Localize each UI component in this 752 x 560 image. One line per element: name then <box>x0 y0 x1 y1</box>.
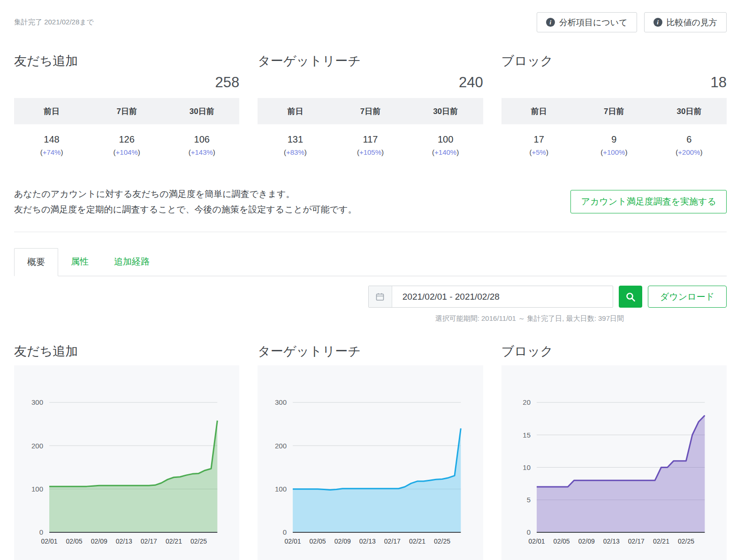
chart-card: 300200100002/0102/0502/0902/1302/1702/21… <box>14 365 239 560</box>
charts-row: 友だち追加 300200100002/0102/0502/0902/1302/1… <box>14 343 727 560</box>
chart-title: ブロック <box>501 343 727 360</box>
stat-cell: 9 +100% <box>577 134 652 156</box>
stat-card-title: 友だち追加 <box>14 53 239 69</box>
stat-card-title: ブロック <box>501 53 727 69</box>
stat-percent: +104% <box>89 148 164 156</box>
stat-card-title: ターゲットリーチ <box>258 53 483 69</box>
stat-col-7-days: 7日前 <box>577 106 652 117</box>
tab-overview[interactable]: 概要 <box>14 248 58 276</box>
stat-card-target-reach: ターゲットリーチ 240 前日 7日前 30日前 131 +83% 117 +1… <box>258 53 483 156</box>
stat-col-30-days: 30日前 <box>408 106 483 117</box>
comparison-values-info-button[interactable]: i 比較値の見方 <box>644 12 727 32</box>
svg-text:02/25: 02/25 <box>190 537 207 545</box>
date-range-input[interactable] <box>392 286 613 307</box>
stat-col-prev-day: 前日 <box>14 106 89 117</box>
stat-col-prev-day: 前日 <box>501 106 577 117</box>
analytics-page: 集計完了 2021/02/28まで i 分析項目について i 比較値の見方 友だ… <box>0 0 752 560</box>
stat-percent: +5% <box>501 148 577 156</box>
stat-col-7-days: 7日前 <box>89 106 164 117</box>
calendar-icon <box>375 292 385 302</box>
stat-percent: +100% <box>577 148 652 156</box>
chart-title: 友だち追加 <box>14 343 239 360</box>
chart-title: ターゲットリーチ <box>258 343 483 360</box>
stat-table-values: 148 +74% 126 +104% 106 +143% <box>14 124 239 156</box>
top-bar: 集計完了 2021/02/28まで i 分析項目について i 比較値の見方 <box>14 12 727 38</box>
stat-value: 148 <box>14 134 89 145</box>
stat-table: 前日 7日前 30日前 131 +83% 117 +105% 100 <box>258 98 483 156</box>
tab-add-route[interactable]: 追加経路 <box>101 248 162 276</box>
stat-cell: 126 +104% <box>89 134 164 156</box>
svg-text:02/09: 02/09 <box>91 537 107 545</box>
analysis-items-info-label: 分析項目について <box>559 17 628 28</box>
chart-section-friends-added: 友だち追加 300200100002/0102/0502/0902/1302/1… <box>14 343 239 560</box>
svg-text:02/05: 02/05 <box>310 537 326 545</box>
stat-cell: 117 +105% <box>333 134 408 156</box>
stat-percent: +83% <box>258 148 333 156</box>
svg-text:100: 100 <box>275 485 287 493</box>
chart-card: 2015105002/0102/0502/0902/1302/1702/2102… <box>501 365 727 560</box>
stat-table: 前日 7日前 30日前 148 +74% 126 +104% 106 <box>14 98 239 156</box>
svg-text:02/17: 02/17 <box>628 537 644 545</box>
stat-table-header: 前日 7日前 30日前 <box>501 98 727 124</box>
svg-text:300: 300 <box>275 399 287 407</box>
svg-text:02/21: 02/21 <box>409 537 425 545</box>
survey-description: あなたのアカウントに対する友だちの満足度を簡単に調査できます。 友だちの満足度を… <box>14 186 357 217</box>
svg-text:02/01: 02/01 <box>528 537 545 545</box>
svg-text:02/25: 02/25 <box>678 537 694 545</box>
stat-table: 前日 7日前 30日前 17 +5% 9 +100% 6 +200% <box>501 98 727 156</box>
topbar-buttons: i 分析項目について i 比較値の見方 <box>537 12 727 32</box>
svg-text:300: 300 <box>31 399 43 407</box>
chart-section-blocks: ブロック 2015105002/0102/0502/0902/1302/1702… <box>501 343 727 560</box>
svg-text:02/13: 02/13 <box>603 537 619 545</box>
svg-text:200: 200 <box>31 442 43 450</box>
stat-table-header: 前日 7日前 30日前 <box>14 98 239 124</box>
svg-text:0: 0 <box>39 529 43 537</box>
stat-percent: +200% <box>652 148 727 156</box>
svg-text:5: 5 <box>526 496 530 504</box>
svg-text:02/09: 02/09 <box>578 537 594 545</box>
survey-description-line2: 友だちの満足度を定期的に調査することで、今後の施策を設定することが可能です。 <box>14 202 357 217</box>
svg-text:0: 0 <box>283 529 287 537</box>
analysis-items-info-button[interactable]: i 分析項目について <box>537 12 637 32</box>
info-icon: i <box>546 18 555 27</box>
stat-value: 100 <box>408 134 483 145</box>
svg-text:02/25: 02/25 <box>434 537 450 545</box>
info-icon: i <box>653 18 662 27</box>
search-button[interactable] <box>619 286 642 308</box>
stat-value: 9 <box>577 134 652 145</box>
chart-card: 300200100002/0102/0502/0902/1302/1702/21… <box>258 365 483 560</box>
stat-table-values: 17 +5% 9 +100% 6 +200% <box>501 124 727 156</box>
aggregation-note: 集計完了 2021/02/28まで <box>14 12 94 27</box>
svg-text:0: 0 <box>526 529 530 537</box>
svg-text:02/21: 02/21 <box>166 537 182 545</box>
svg-text:100: 100 <box>31 485 43 493</box>
stat-cell: 148 +74% <box>14 134 89 156</box>
survey-section: あなたのアカウントに対する友だちの満足度を簡単に調査できます。 友だちの満足度を… <box>14 186 727 217</box>
chart-section-target-reach: ターゲットリーチ 300200100002/0102/0502/0902/130… <box>258 343 483 560</box>
stat-percent: +143% <box>164 148 239 156</box>
download-button[interactable]: ダウンロード <box>648 286 727 308</box>
stat-card-total: 240 <box>258 74 483 91</box>
svg-text:15: 15 <box>523 431 531 439</box>
tab-attributes[interactable]: 属性 <box>58 248 101 276</box>
search-icon <box>625 291 636 303</box>
run-satisfaction-survey-button[interactable]: アカウント満足度調査を実施する <box>570 190 727 213</box>
svg-text:02/05: 02/05 <box>66 537 83 545</box>
stat-value: 106 <box>164 134 239 145</box>
stat-col-7-days: 7日前 <box>333 106 408 117</box>
svg-text:02/05: 02/05 <box>553 537 570 545</box>
stat-percent: +105% <box>333 148 408 156</box>
stat-card-total: 18 <box>501 74 727 91</box>
stat-cell: 131 +83% <box>258 134 333 156</box>
filter-row: ダウンロード <box>14 286 727 308</box>
survey-description-line1: あなたのアカウントに対する友だちの満足度を簡単に調査できます。 <box>14 186 357 202</box>
section-divider <box>14 232 727 232</box>
selectable-period-note: 選択可能期間: 2016/11/01 ～ 集計完了日, 最大日数: 397日間 <box>14 314 624 323</box>
svg-text:02/17: 02/17 <box>384 537 401 545</box>
stat-col-30-days: 30日前 <box>652 106 727 117</box>
stat-cell: 100 +140% <box>408 134 483 156</box>
date-range-picker <box>368 286 613 308</box>
stat-value: 117 <box>333 134 408 145</box>
stat-percent: +140% <box>408 148 483 156</box>
calendar-button[interactable] <box>369 286 392 307</box>
